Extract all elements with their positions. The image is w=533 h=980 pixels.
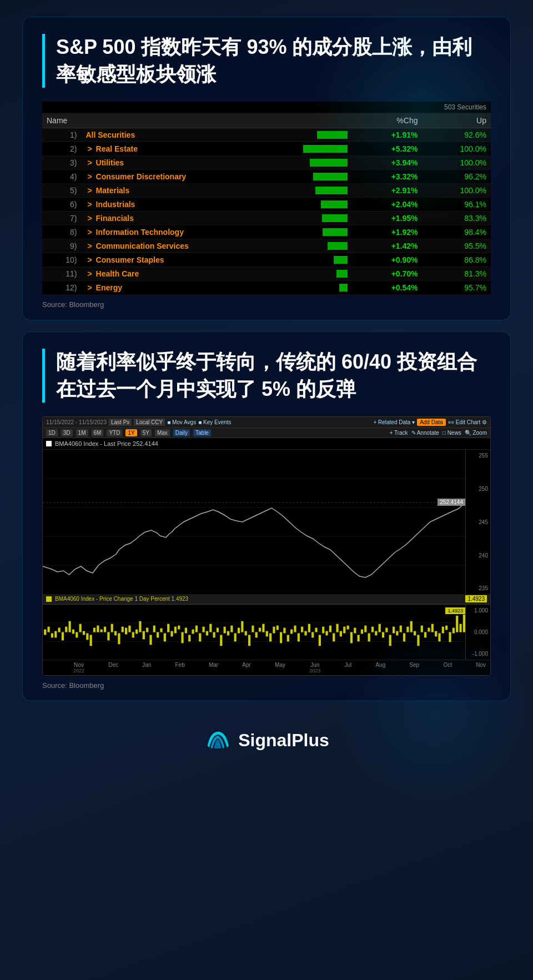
table-row: 8)> Information Technology+1.92%98.4%: [42, 225, 491, 239]
col-bar-header: [299, 113, 352, 128]
source2: Source: Bloomberg: [42, 681, 491, 690]
svg-rect-82: [304, 631, 306, 636]
track-btn[interactable]: + Track: [389, 430, 408, 436]
sub-chart-y: 1.000 0.000 -1.000: [465, 605, 490, 660]
mov-avgs[interactable]: ■ Mov Avgs: [167, 419, 196, 425]
row-pct: +1.95%: [352, 212, 422, 225]
sub-chart-svg: [43, 605, 465, 660]
row-bar: [299, 267, 352, 281]
row-bar: [299, 198, 352, 212]
svg-rect-11: [54, 631, 57, 638]
svg-rect-62: [234, 634, 237, 642]
row-number: 1): [42, 128, 81, 142]
svg-rect-27: [111, 624, 113, 632]
btn-daily[interactable]: Daily: [173, 429, 190, 436]
x-nov22: Nov2022: [73, 662, 84, 674]
svg-rect-35: [139, 621, 141, 632]
x-dec: Dec: [108, 662, 118, 674]
dot-white: [46, 441, 52, 446]
svg-rect-15: [69, 621, 71, 632]
section1-headline-wrap: S&P 500 指数昨天有 93% 的成分股上涨，由利率敏感型板块领涨: [42, 34, 491, 88]
x-jun: Jun2023: [309, 662, 320, 674]
svg-rect-38: [149, 635, 152, 645]
section2: 随着利率似乎终于转向，传统的 60/40 投资组合在过去一个月中实现了 5% 的…: [22, 331, 511, 701]
btn-ytd[interactable]: YTD: [107, 429, 122, 436]
svg-rect-47: [181, 632, 183, 644]
edit-chart[interactable]: «« Edit Chart ⚙: [448, 419, 487, 425]
row-pct: +2.91%: [352, 184, 422, 198]
svg-rect-56: [213, 632, 215, 638]
btn-1m[interactable]: 1M: [76, 429, 88, 436]
svg-rect-70: [262, 624, 264, 632]
table-header-row: Name %Chg Up: [42, 113, 491, 128]
svg-rect-119: [435, 631, 437, 637]
add-data[interactable]: Add Data: [417, 419, 446, 426]
related-data[interactable]: + Related Data ▾: [373, 419, 415, 425]
x-axis-bar: Nov2022 Dec Jan Feb Mar Apr May Jun2023 …: [43, 660, 490, 675]
row-up: 95.7%: [423, 281, 491, 295]
zoom-btn[interactable]: 🔍 Zoom: [465, 430, 487, 436]
row-up: 92.6%: [423, 128, 491, 142]
main-chart-area: 252.4144 255 250 245 240 235: [43, 450, 490, 594]
svg-rect-51: [195, 626, 198, 632]
svg-rect-41: [160, 629, 162, 632]
btn-1d[interactable]: 1D: [46, 429, 58, 436]
btn-max[interactable]: Max: [155, 429, 170, 436]
row-bar: [299, 253, 352, 267]
price-badge: 252.4144: [438, 499, 465, 506]
svg-rect-124: [452, 628, 455, 634]
logo-text: SignalPlus: [238, 730, 329, 751]
btn-6m[interactable]: 6M: [92, 429, 104, 436]
chart-toolbar2: 1D 3D 1M 6M YTD 1Y 5Y Max Daily Table + …: [43, 428, 490, 438]
svg-rect-89: [329, 626, 331, 632]
dot-yellow: [46, 596, 52, 602]
svg-rect-107: [393, 627, 395, 634]
svg-rect-14: [65, 627, 67, 632]
svg-rect-108: [396, 631, 398, 636]
svg-rect-53: [202, 627, 204, 632]
x-jul: Jul: [344, 662, 351, 674]
btn-3d[interactable]: 3D: [61, 429, 73, 436]
svg-rect-75: [280, 632, 282, 644]
svg-rect-91: [336, 624, 338, 632]
y-240: 240: [479, 552, 488, 559]
btn-1y[interactable]: 1Y: [125, 429, 137, 436]
row-up: 86.8%: [423, 253, 491, 267]
svg-rect-61: [230, 626, 233, 632]
svg-rect-8: [44, 630, 46, 635]
svg-rect-18: [79, 624, 82, 632]
x-sep: Sep: [409, 662, 419, 674]
row-number: 6): [42, 198, 81, 212]
svg-rect-23: [97, 626, 99, 632]
svg-rect-111: [406, 627, 409, 632]
date-range: 11/15/2022 - 11/15/2023: [46, 419, 107, 425]
svg-rect-25: [104, 627, 106, 632]
svg-rect-64: [241, 621, 243, 632]
table-row: 10)> Consumer Staples+0.90%86.8%: [42, 253, 491, 267]
table-row: 11)> Health Care+0.70%81.3%: [42, 267, 491, 281]
table-row: 2)> Real Estate+5.32%100.0%: [42, 142, 491, 156]
svg-rect-67: [252, 626, 254, 632]
sy-0: 0.000: [474, 629, 488, 635]
row-pct: +0.90%: [352, 253, 422, 267]
sub-label-bar: BMA4060 Index - Price Change 1 Day Perce…: [43, 594, 490, 604]
row-bar: [299, 281, 352, 295]
svg-rect-57: [217, 628, 219, 632]
svg-rect-69: [259, 628, 261, 632]
svg-rect-106: [389, 635, 391, 646]
sub-price-badge: 1.4923: [465, 595, 487, 602]
table-btn[interactable]: Table: [193, 429, 211, 436]
key-events[interactable]: ■ Key Events: [198, 419, 231, 425]
x-apr: Apr: [242, 662, 251, 674]
x-feb: Feb: [175, 662, 185, 674]
annotate-btn[interactable]: ✎ Annotate: [411, 430, 439, 436]
row-pct: +5.32%: [352, 142, 422, 156]
svg-rect-92: [340, 631, 342, 637]
news-btn[interactable]: □ News: [443, 430, 461, 436]
row-up: 96.2%: [423, 170, 491, 184]
svg-rect-104: [382, 632, 384, 638]
btn-5y[interactable]: 5Y: [140, 429, 152, 436]
row-pct: +0.70%: [352, 267, 422, 281]
svg-rect-68: [255, 632, 258, 638]
svg-rect-22: [93, 628, 95, 632]
